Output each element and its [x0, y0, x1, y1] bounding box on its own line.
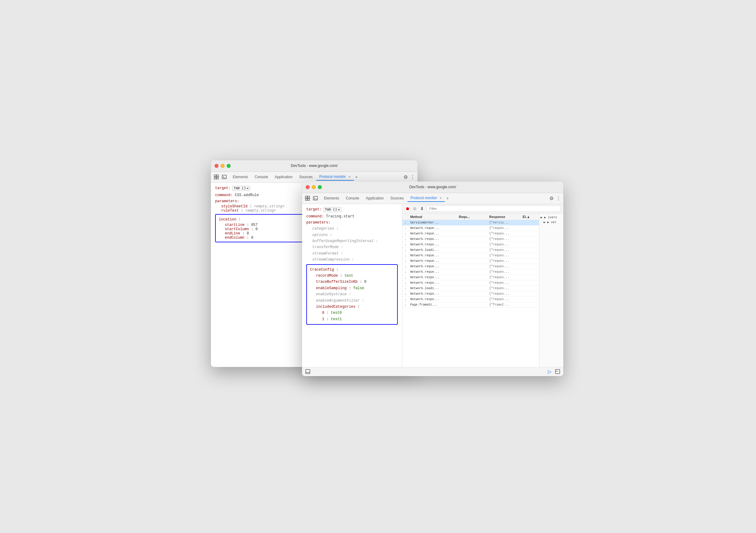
tab-console-front[interactable]: Console	[343, 195, 362, 202]
table-row-12[interactable]: ↓ Network.loadi... {"reques...	[402, 286, 539, 291]
tab-protocol-back[interactable]: Protocol monitor ✕	[316, 173, 354, 181]
row-response-8: {"reques...	[489, 265, 523, 268]
table-row-5[interactable]: ↓ Network.loadi... {"reques...	[402, 247, 539, 253]
table-row-13[interactable]: ↓ Network.respo... {"reques...	[402, 291, 539, 297]
row-elapsed-9	[523, 270, 539, 274]
row-request-4	[459, 243, 489, 246]
trace-config-key: traceConfig :	[310, 266, 394, 273]
table-row-9[interactable]: ↓ Network.reque... {"reques...	[402, 269, 539, 275]
settings-more-icon-back[interactable]: ⋮	[410, 174, 415, 180]
table-row-7[interactable]: ↓ Network.reque... {"reques...	[402, 259, 539, 264]
minimize-button-back[interactable]	[221, 164, 225, 168]
tab-protocol-front[interactable]: Protocol monitor ✕	[408, 195, 445, 202]
command-field-front: command: Tracing.start	[306, 213, 398, 219]
settings-gear-icon-front[interactable]: ⚙	[549, 195, 554, 201]
protocol-panel-front: target: Tab () ▾ command: Tracing.start …	[302, 204, 402, 367]
row-method-0: ServiceWorker...	[410, 221, 459, 224]
row-request-0	[459, 221, 489, 224]
row-arrow-14: ↓	[405, 298, 410, 301]
row-elapsed-5	[523, 248, 539, 252]
table-row-11[interactable]: ↓ Network.respo... {"reques...	[402, 280, 539, 286]
tab-settings-back: ⚙ ⋮	[404, 174, 415, 180]
protocol-panel-back: target: Tab () ▾ command: CSS.addRule pa…	[211, 183, 314, 367]
row-request-2	[459, 232, 489, 235]
close-button-front[interactable]	[306, 185, 310, 189]
svg-rect-1	[214, 177, 216, 179]
param-buffer: bufferUsageReportingInterval :	[306, 238, 398, 244]
row-request-1	[459, 227, 489, 230]
inspect-icon-front[interactable]	[305, 195, 310, 201]
table-row-4[interactable]: ↓ Network.respo... {"reques...	[402, 242, 539, 247]
table-row-0[interactable]: ↓ ServiceWorker... {"versio...	[402, 220, 539, 226]
clear-button[interactable]: ⊘	[412, 206, 418, 211]
maximize-button-front[interactable]	[318, 185, 322, 189]
included-categories: includedCategories :	[310, 304, 394, 310]
row-arrow-12: ↓	[405, 287, 410, 290]
row-method-7: Network.reque...	[410, 259, 459, 263]
row-arrow-1: ↓	[405, 227, 410, 230]
row-method-12: Network.loadi...	[410, 287, 459, 290]
maximize-button-back[interactable]	[227, 164, 230, 168]
tab-elements-front[interactable]: Elements	[321, 195, 342, 202]
tab-bar-front: Elements Console Application Sources Pro…	[302, 193, 563, 204]
table-row-6[interactable]: ↓ Network.reque... {"reques...	[402, 253, 539, 259]
row-request-10	[459, 276, 489, 279]
param-stream-compression: streamCompression :	[306, 257, 398, 263]
record-button[interactable]: ⏺	[405, 206, 410, 211]
row-response-0: {"versio...	[489, 221, 523, 224]
table-header: Method Requ... Response El.▲ »	[402, 214, 539, 220]
tab-console-back[interactable]: Console	[252, 174, 271, 180]
table-row-15[interactable]: ↓ Page.frameSt... {"frameI...	[402, 302, 539, 308]
row-request-8	[459, 265, 489, 268]
json-expand-icon-2[interactable]: ▶	[544, 220, 545, 224]
target-select-back[interactable]: Tab () ▾	[232, 186, 250, 191]
row-request-12	[459, 287, 489, 290]
row-response-4: {"reques...	[489, 243, 523, 246]
svg-rect-12	[313, 196, 317, 200]
table-row-3[interactable]: ↓ Network.respo... {"reques...	[402, 237, 539, 242]
tab-close-back[interactable]: ✕	[348, 175, 351, 179]
record-mode: recordMode : test	[310, 273, 394, 279]
tab-close-front[interactable]: ✕	[439, 196, 442, 200]
window-title-front: DevTools - www.google.com/	[409, 185, 456, 189]
inspector-icon[interactable]	[555, 369, 560, 374]
target-select-front[interactable]: Tab () ▾	[323, 207, 341, 212]
dock-icon-front[interactable]	[305, 369, 310, 374]
table-row-1[interactable]: ↓ Network.reque... {"reques...	[402, 226, 539, 231]
json-preview-panel: ▶ ▶ {vers ▶ ▶ ver	[539, 214, 563, 367]
location-key-back: location :	[219, 216, 306, 223]
row-elapsed-13	[523, 292, 539, 295]
close-button-back[interactable]	[215, 164, 219, 168]
inspect-icon-back[interactable]	[213, 174, 219, 180]
tab-elements-back[interactable]: Elements	[230, 174, 251, 180]
tab-application-front[interactable]: Application	[363, 195, 387, 202]
json-expand-icon[interactable]: ▶	[541, 215, 542, 219]
download-button[interactable]: ⬇	[419, 206, 425, 211]
console-icon-front[interactable]	[312, 195, 318, 201]
tab-application-back[interactable]: Application	[272, 174, 296, 180]
request-table-scroll[interactable]: Method Requ... Response El.▲ » ↓ Service…	[402, 214, 539, 367]
table-row-8[interactable]: ↓ Network.reque... {"reques...	[402, 264, 539, 269]
send-button[interactable]: ▷	[547, 369, 553, 374]
minimize-button-front[interactable]	[312, 185, 316, 189]
table-row-2[interactable]: ↓ Network.reque... {"reques...	[402, 231, 539, 237]
row-request-9	[459, 270, 489, 274]
console-icon-back[interactable]	[221, 174, 227, 180]
content-front: target: Tab () ▾ command: Tracing.start …	[302, 204, 563, 367]
settings-more-icon-front[interactable]: ⋮	[556, 195, 561, 201]
command-field-back: command: CSS.addRule	[215, 192, 310, 198]
tab-more-front[interactable]: »	[446, 195, 450, 201]
tab-sources-back[interactable]: Sources	[296, 174, 316, 180]
row-arrow-11: ↓	[405, 281, 410, 285]
filter-input[interactable]	[427, 205, 561, 212]
enable-sampling: enableSampling : false	[310, 285, 394, 291]
window-title-back: DevTools - www.google.com/	[291, 164, 338, 168]
svg-rect-0	[214, 175, 216, 177]
json-line-1: ▶ ▶ {vers	[541, 215, 562, 220]
target-row-front: target: Tab () ▾	[306, 207, 398, 212]
settings-gear-icon-back[interactable]: ⚙	[404, 174, 408, 180]
table-row-14[interactable]: ↓ Network.respo... {"reques...	[402, 297, 539, 302]
tab-more-back[interactable]: »	[354, 174, 359, 180]
tab-sources-front[interactable]: Sources	[388, 195, 407, 202]
table-row-10[interactable]: ↓ Network.respo... {"reques...	[402, 275, 539, 280]
